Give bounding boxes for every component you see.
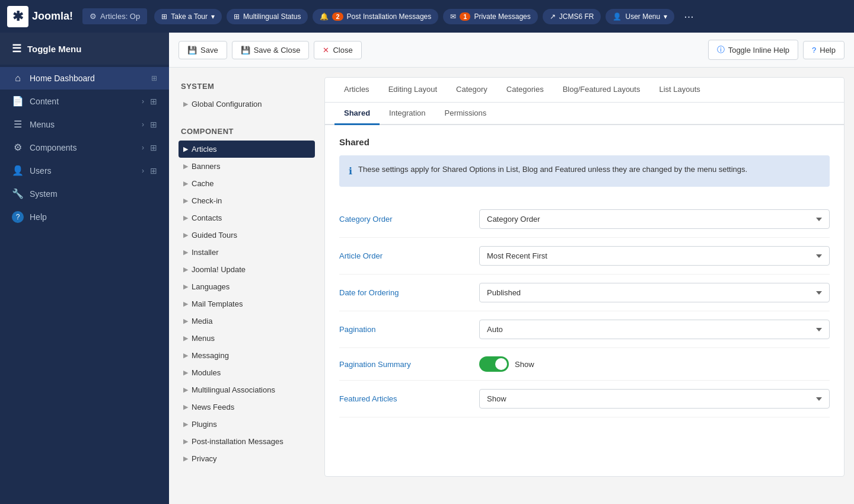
article-order-select[interactable]: Most Recent First Oldest First Title Alp…	[479, 246, 830, 266]
plugins-item[interactable]: ▶ Plugins	[179, 416, 315, 433]
multilingual-status-button[interactable]: ⊞ Multilingual Status	[227, 9, 308, 24]
mail-templates-arrow: ▶	[183, 300, 188, 308]
tab-category[interactable]: Category	[447, 78, 497, 103]
info-box: ℹ These settings apply for Shared Option…	[339, 155, 830, 187]
help-button[interactable]: ? Help	[803, 41, 845, 59]
users-icon: 👤	[12, 165, 24, 176]
sidebar-item-help[interactable]: ? Help	[0, 205, 169, 229]
date-ordering-select[interactable]: Published Created Modified Start Publish…	[479, 283, 830, 302]
guided-tours-item[interactable]: ▶ Guided Tours	[179, 227, 315, 244]
messaging-item[interactable]: ▶ Messaging	[179, 347, 315, 364]
media-arrow: ▶	[183, 317, 188, 325]
articles-label: Articles	[192, 145, 217, 154]
tab-permissions[interactable]: Permissions	[435, 103, 496, 125]
articles-item[interactable]: ▶ Articles	[179, 141, 315, 158]
save-close-icon: 💾	[241, 46, 250, 55]
left-panel: System ▶ Global Configuration Component …	[179, 77, 315, 477]
post-install-item[interactable]: ▶ Post-installation Messages	[179, 433, 315, 450]
private-msg-badge: 1	[460, 12, 470, 21]
users-grid-icon: ⊞	[150, 166, 157, 176]
tab-shared[interactable]: Shared	[334, 103, 380, 125]
date-ordering-control: Published Created Modified Start Publish…	[479, 283, 830, 302]
installer-label: Installer	[192, 248, 219, 257]
sidebar-item-system[interactable]: 🔧 System	[0, 182, 169, 205]
joomla-logo[interactable]: ✱ Joomla!	[7, 6, 73, 27]
content-arrow-icon: ›	[142, 97, 144, 106]
components-grid-icon: ⊞	[150, 143, 157, 152]
sidebar-item-users[interactable]: 👤 Users › ⊞	[0, 159, 169, 182]
tab-blog-featured[interactable]: Blog/Featured Layouts	[553, 78, 650, 103]
bell-icon: 🔔	[320, 12, 329, 21]
pagination-summary-label: Pagination Summary	[339, 360, 470, 369]
help-icon: ?	[12, 211, 24, 223]
languages-item[interactable]: ▶ Languages	[179, 278, 315, 295]
user-menu-button[interactable]: 👤 User Menu ▾	[606, 9, 674, 24]
multilingual-arrow: ▶	[183, 386, 188, 394]
sidebar-item-components[interactable]: ⚙ Components › ⊞	[0, 136, 169, 159]
sidebar-item-content[interactable]: 📄 Content › ⊞	[0, 90, 169, 113]
system-items-list: ▶ Global Configuration	[179, 95, 315, 113]
take-tour-button[interactable]: ⊞ Take a Tour ▾	[154, 9, 222, 24]
info-message: These settings apply for Shared Options …	[358, 164, 747, 178]
banners-item[interactable]: ▶ Banners	[179, 158, 315, 175]
pagination-select[interactable]: Auto Show Hide	[479, 320, 830, 339]
toggle-menu-button[interactable]: ☰ Toggle Menu	[0, 33, 169, 65]
checkin-arrow: ▶	[183, 197, 188, 205]
home-icon: ⌂	[12, 73, 24, 84]
installer-item[interactable]: ▶ Installer	[179, 244, 315, 261]
pagination-row: Pagination Auto Show Hide	[339, 311, 830, 348]
components-icon: ⚙	[12, 142, 24, 153]
close-button[interactable]: ✕ Close	[314, 41, 361, 59]
post-install-button[interactable]: 🔔 2 Post Installation Messages	[313, 9, 438, 24]
news-feeds-label: News Feeds	[192, 403, 234, 412]
news-feeds-arrow: ▶	[183, 403, 188, 411]
privacy-item[interactable]: ▶ Privacy	[179, 450, 315, 467]
article-order-control: Most Recent First Oldest First Title Alp…	[479, 246, 830, 266]
close-icon: ✕	[323, 46, 329, 55]
cache-arrow: ▶	[183, 180, 188, 187]
users-arrow-icon: ›	[142, 167, 144, 175]
global-config-item[interactable]: ▶ Global Configuration	[179, 95, 315, 113]
tabs-row-2: Shared Integration Permissions	[325, 103, 844, 125]
private-messages-button[interactable]: ✉ 1 Private Messages	[443, 9, 538, 24]
top-navigation: ✱ Joomla! ⚙ Articles: Op ⊞ Take a Tour ▾…	[0, 0, 854, 33]
featured-articles-label: Featured Articles	[339, 394, 470, 403]
jcms-button[interactable]: ↗ JCMS6 FR	[543, 9, 601, 24]
media-item[interactable]: ▶ Media	[179, 312, 315, 330]
cache-item[interactable]: ▶ Cache	[179, 175, 315, 192]
sidebar-item-home-dashboard[interactable]: ⌂ Home Dashboard ⊞	[0, 67, 169, 90]
featured-articles-row: Featured Articles Show Hide	[339, 381, 830, 417]
menus-component-arrow: ▶	[183, 334, 188, 342]
chevron-down-icon: ▾	[211, 12, 215, 21]
tab-categories[interactable]: Categories	[497, 78, 553, 103]
featured-articles-select[interactable]: Show Hide	[479, 389, 830, 409]
modules-item[interactable]: ▶ Modules	[179, 364, 315, 381]
post-install-label: Post Installation Messages	[347, 12, 432, 21]
tab-editing-layout[interactable]: Editing Layout	[379, 78, 447, 103]
multilingual-item[interactable]: ▶ Multilingual Associations	[179, 381, 315, 398]
category-order-label: Category Order	[339, 215, 470, 224]
page-wrapper: ☰ Toggle Menu ⌂ Home Dashboard ⊞ 📄 Conte…	[0, 33, 854, 504]
tab-integration[interactable]: Integration	[380, 103, 435, 125]
joomla-update-arrow: ▶	[183, 266, 188, 273]
menus-arrow-icon: ›	[142, 120, 144, 129]
toggle-inline-help-button[interactable]: ⓘ Toggle Inline Help	[708, 40, 798, 60]
more-options-button[interactable]: ···	[679, 7, 699, 25]
menus-component-item[interactable]: ▶ Menus	[179, 330, 315, 347]
save-close-button[interactable]: 💾 Save & Close	[232, 41, 310, 59]
messaging-arrow: ▶	[183, 352, 188, 359]
mail-templates-item[interactable]: ▶ Mail Templates	[179, 295, 315, 312]
tab-list-layouts[interactable]: List Layouts	[649, 78, 709, 103]
save-button[interactable]: 💾 Save	[179, 41, 227, 59]
news-feeds-item[interactable]: ▶ News Feeds	[179, 398, 315, 416]
mail-icon: ✉	[450, 12, 456, 21]
joomla-update-item[interactable]: ▶ Joomla! Update	[179, 261, 315, 278]
tab-articles[interactable]: Articles	[334, 78, 379, 103]
sidebar-item-menus[interactable]: ☰ Menus › ⊞	[0, 113, 169, 136]
contacts-item[interactable]: ▶ Contacts	[179, 209, 315, 227]
pagination-summary-toggle[interactable]	[479, 356, 509, 372]
plugins-label: Plugins	[192, 420, 217, 429]
category-order-select[interactable]: Category Order Title Alphabetical Title …	[479, 209, 830, 229]
date-ordering-label: Date for Ordering	[339, 288, 470, 297]
checkin-item[interactable]: ▶ Check-in	[179, 192, 315, 209]
